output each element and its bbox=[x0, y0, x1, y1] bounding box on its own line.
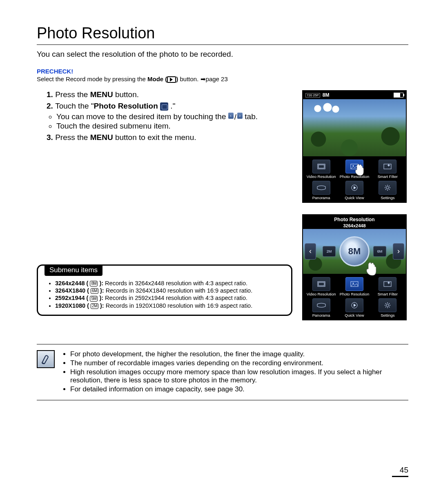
page-title: Photo Resolution bbox=[37, 24, 408, 42]
play-icon bbox=[351, 184, 358, 191]
precheck-text: Select the Record mode by pressing the M… bbox=[37, 75, 408, 83]
tile-quick-view[interactable]: Quick View bbox=[339, 298, 370, 318]
filter-icon bbox=[383, 164, 392, 169]
mode-icon bbox=[167, 76, 176, 83]
option-left[interactable]: 2M bbox=[323, 246, 336, 257]
tile-video-resolution[interactable]: Video Resolution bbox=[305, 160, 337, 179]
note-item: High resolution images occupy more memor… bbox=[70, 368, 408, 384]
step-1: 1. Press the MENU button. bbox=[47, 90, 292, 99]
chevron-left-icon: ‹ bbox=[228, 113, 234, 119]
tile-smart-filter[interactable]: Smart Filter bbox=[372, 277, 403, 297]
svg-line-29 bbox=[389, 303, 390, 304]
selector-body: ‹ › 2M 8M 6M bbox=[303, 229, 406, 274]
precheck-label: PRECHECK! bbox=[37, 68, 408, 75]
film-icon bbox=[317, 164, 325, 169]
filter-icon bbox=[383, 281, 392, 287]
svg-rect-19 bbox=[384, 282, 391, 286]
note-icon bbox=[37, 350, 55, 368]
note-item: The number of recordable images varies d… bbox=[70, 359, 408, 367]
step-2: 2. Touch the "Photo Resolution ." You ca… bbox=[47, 102, 292, 131]
option-right[interactable]: 6M bbox=[373, 246, 386, 257]
notes-box: For photo development, the higher the re… bbox=[37, 344, 408, 400]
tile-settings[interactable]: Settings bbox=[372, 298, 403, 318]
svg-line-28 bbox=[385, 306, 386, 307]
intro-text: You can select the resolution of the pho… bbox=[37, 50, 408, 59]
svg-point-21 bbox=[386, 304, 389, 306]
tile-panorama[interactable]: Panorama bbox=[305, 181, 337, 200]
svg-rect-16 bbox=[318, 282, 324, 286]
selector-title: Photo Resolution bbox=[303, 215, 406, 223]
panorama-icon bbox=[317, 303, 326, 308]
tile-photo-resolution[interactable]: Photo Resolution bbox=[339, 277, 370, 297]
step-2-sub-2: Touch the desired submenu item. bbox=[56, 122, 292, 131]
tile-photo-resolution[interactable]: Photo Resolution bbox=[339, 160, 370, 179]
option-center[interactable]: 8M bbox=[339, 236, 370, 266]
mp-icon: 8M bbox=[90, 281, 98, 286]
svg-line-12 bbox=[389, 189, 390, 190]
steps-list: 1. Press the MENU button. 2. Touch the "… bbox=[37, 90, 292, 142]
mp-icon: 5M bbox=[90, 296, 98, 302]
film-icon bbox=[317, 281, 325, 287]
svg-line-11 bbox=[385, 186, 386, 187]
note-item: For photo development, the higher the re… bbox=[70, 350, 408, 358]
step-2-sub-1: You can move to the desired item by touc… bbox=[56, 112, 292, 122]
status-bar: 720 25P 8M bbox=[303, 91, 406, 99]
svg-line-26 bbox=[385, 303, 386, 304]
camera-screenshot-2: Photo Resolution 3264x2448 ‹ › 2M 8M 6M bbox=[302, 214, 407, 320]
submenu-item: 2592x1944 ( 5M ): Records in 2592x1944 r… bbox=[55, 295, 285, 301]
submenu-item: 1920X1080 ( 2M ): Records in 1920X1080 r… bbox=[55, 302, 285, 309]
panorama-icon bbox=[317, 185, 326, 190]
gear-icon bbox=[384, 184, 391, 191]
submenu-item: 3264X1840 ( 6M ): Records in 3264X1840 r… bbox=[55, 287, 285, 294]
gear-icon bbox=[384, 302, 391, 309]
chevron-right-icon: › bbox=[237, 113, 243, 119]
svg-rect-17 bbox=[351, 282, 358, 286]
svg-line-13 bbox=[385, 189, 386, 190]
svg-rect-1 bbox=[318, 165, 324, 168]
video-mode-badge: 720 25P bbox=[305, 93, 320, 98]
tile-settings[interactable]: Settings bbox=[372, 181, 403, 200]
play-icon bbox=[351, 302, 358, 309]
tile-panorama[interactable]: Panorama bbox=[305, 298, 337, 318]
note-item: For detailed information on image capaci… bbox=[70, 385, 408, 393]
tile-smart-filter[interactable]: Smart Filter bbox=[372, 160, 403, 179]
nav-left-button[interactable]: ‹ bbox=[305, 243, 316, 260]
selector-subtitle: 3264x2448 bbox=[303, 223, 406, 229]
mp-icon: 2M bbox=[91, 303, 98, 309]
svg-line-14 bbox=[389, 186, 390, 187]
photo-resolution-icon bbox=[160, 102, 168, 111]
mp-icon: 6M bbox=[91, 288, 98, 294]
menu-grid: Video Resolution Photo Resolution bbox=[303, 156, 406, 202]
svg-rect-4 bbox=[384, 164, 391, 169]
svg-line-27 bbox=[389, 306, 390, 307]
submenu-item: 3264x2448 ( 8M ): Records in 3264x2448 r… bbox=[55, 280, 285, 286]
resolution-badge: 8M bbox=[323, 92, 330, 98]
tile-quick-view[interactable]: Quick View bbox=[339, 181, 370, 200]
page-number: 45 bbox=[37, 466, 408, 477]
nav-right-button[interactable]: › bbox=[393, 243, 404, 260]
battery-icon bbox=[394, 93, 403, 98]
touch-hand-icon bbox=[354, 164, 365, 176]
submenu-header: Submenu items bbox=[45, 264, 102, 276]
camera-screenshot-1: 720 25P 8M Video Resolution bbox=[302, 90, 407, 203]
menu-grid: Video Resolution Photo Resolution Smart … bbox=[303, 274, 406, 320]
photo-icon bbox=[350, 281, 359, 287]
svg-point-6 bbox=[386, 187, 389, 189]
preview-image bbox=[303, 99, 406, 156]
touch-hand-icon bbox=[365, 262, 377, 276]
submenu-box: Submenu items 3264x2448 ( 8M ): Records … bbox=[37, 264, 292, 316]
title-divider bbox=[37, 44, 408, 45]
tile-video-resolution[interactable]: Video Resolution bbox=[305, 277, 337, 297]
step-3: 3. Press the MENU button to exit the men… bbox=[47, 133, 292, 142]
svg-point-18 bbox=[352, 282, 354, 284]
nav-left-right-icon: ‹ / › bbox=[228, 113, 243, 122]
